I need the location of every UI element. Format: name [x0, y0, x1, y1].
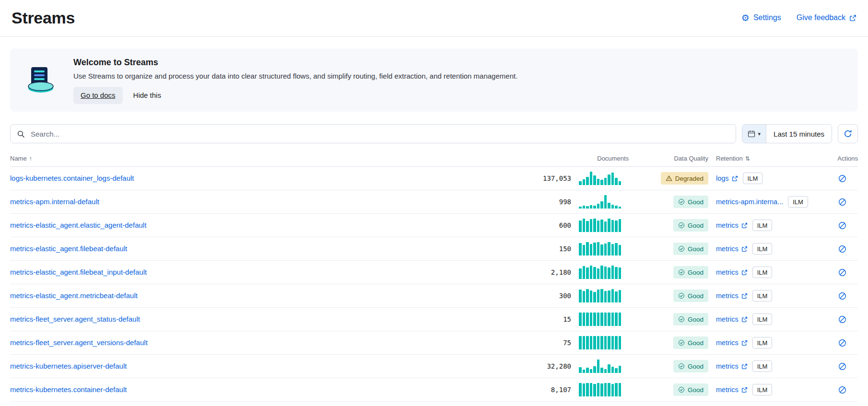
spark-bar	[611, 313, 614, 326]
stream-actions-button[interactable]	[836, 196, 848, 208]
spark-bar	[590, 172, 593, 185]
stream-actions-button[interactable]	[836, 243, 848, 255]
spark-bar	[611, 336, 614, 349]
retention-cell: metrics ILM	[716, 290, 819, 302]
spark-bar	[619, 267, 622, 279]
spark-bar	[583, 336, 586, 349]
refresh-button[interactable]	[838, 124, 858, 143]
column-header-name[interactable]: Name ↑	[10, 155, 444, 162]
data-quality-cell: Good	[636, 383, 708, 396]
spark-bar	[608, 383, 610, 396]
spark-bar	[597, 290, 600, 302]
ilm-badge: ILM	[752, 290, 773, 302]
retention-link[interactable]: metrics	[716, 221, 748, 229]
column-label-actions: Actions	[837, 155, 858, 162]
spark-bar	[604, 369, 607, 373]
quality-label: Good	[688, 198, 704, 206]
column-header-data-quality[interactable]: Data Quality	[636, 155, 708, 162]
hide-this-button[interactable]: Hide this	[133, 91, 161, 99]
column-header-retention[interactable]: Retention ⇅	[716, 155, 819, 162]
spark-bar	[579, 336, 582, 349]
stream-name-link[interactable]: metrics-elastic_agent.elastic_agent-defa…	[10, 221, 146, 229]
settings-link[interactable]: ⚙ Settings	[741, 13, 781, 23]
actions-cell	[827, 196, 858, 208]
quality-label: Good	[688, 269, 704, 276]
spark-bar	[586, 383, 589, 396]
stream-actions-button[interactable]	[836, 173, 848, 185]
stream-actions-button[interactable]	[836, 313, 848, 325]
spark-bar	[615, 336, 618, 349]
retention-link[interactable]: metrics	[716, 292, 748, 300]
stream-actions-button[interactable]	[836, 337, 848, 349]
data-quality-cell: Good	[636, 290, 708, 302]
stream-name-cell: logs-kubernetes.container_logs-default	[10, 174, 444, 183]
quality-label: Good	[688, 386, 704, 394]
retention-link[interactable]: metrics	[716, 339, 748, 347]
spark-bar	[615, 267, 618, 279]
retention-link[interactable]: metrics	[716, 245, 748, 253]
spark-bar	[611, 244, 614, 255]
spark-bar	[586, 289, 589, 302]
stream-actions-button[interactable]	[836, 360, 848, 372]
documents-sparkline	[579, 360, 629, 373]
retention-link[interactable]: metrics	[716, 268, 748, 276]
ilm-badge: ILM	[752, 384, 773, 395]
ilm-badge: ILM	[752, 337, 773, 348]
spark-bar	[579, 220, 582, 232]
calendar-icon	[748, 130, 755, 138]
time-range-display[interactable]: Last 15 minutes	[766, 125, 832, 143]
stream-name-link[interactable]: metrics-fleet_server.agent_versions-defa…	[10, 338, 148, 347]
spark-bar	[583, 370, 586, 373]
spark-bar	[579, 313, 582, 326]
stream-actions-button[interactable]	[836, 290, 848, 302]
retention-link[interactable]: metrics	[716, 386, 748, 394]
stream-name-link[interactable]: metrics-elastic_agent.filebeat_input-def…	[10, 268, 147, 276]
check-icon	[678, 363, 685, 370]
retention-link-label: metrics	[716, 386, 739, 394]
retention-link[interactable]: logs	[716, 174, 738, 182]
actions-cell	[827, 384, 858, 396]
stream-name-link[interactable]: logs-kubernetes.container_logs-default	[10, 174, 134, 182]
spark-bar	[583, 313, 586, 326]
retention-link[interactable]: metrics	[716, 362, 748, 370]
column-header-documents[interactable]: Documents	[451, 155, 629, 162]
stream-name-cell: metrics-elastic_agent.elastic_agent-defa…	[10, 221, 444, 230]
stream-actions-button[interactable]	[836, 267, 848, 278]
documents-count: 75	[451, 339, 571, 347]
spark-bar	[586, 313, 589, 326]
spark-bar	[619, 245, 622, 255]
stream-name-link[interactable]: metrics-kubernetes.container-default	[10, 385, 127, 394]
stream-actions-button[interactable]	[836, 384, 848, 396]
quality-badge: Good	[673, 196, 708, 208]
spark-bar	[593, 206, 596, 209]
stream-name-link[interactable]: metrics-apm.internal-default	[10, 197, 99, 206]
retention-cell: metrics ILM	[716, 220, 819, 231]
spark-bar	[593, 267, 596, 279]
spark-bar	[593, 366, 596, 373]
stream-name-link[interactable]: metrics-elastic_agent.metricbeat-default	[10, 291, 138, 300]
stream-name-link[interactable]: metrics-kubernetes.apiserver-default	[10, 362, 127, 370]
quick-select-button[interactable]: ▾	[742, 125, 767, 143]
quality-badge: Degraded	[661, 172, 708, 185]
retention-link[interactable]: metrics-apm.interna...	[716, 198, 783, 206]
column-label-name: Name	[10, 155, 27, 162]
go-to-docs-button[interactable]: Go to docs	[73, 87, 123, 104]
slashed-circle-icon	[838, 221, 846, 230]
stream-name-link[interactable]: metrics-elastic_agent.filebeat-default	[10, 244, 127, 253]
stream-name-link[interactable]: metrics-fleet_server.agent_status-defaul…	[10, 315, 140, 323]
spark-bar	[583, 219, 586, 232]
stream-name-cell: metrics-apm.internal-default	[10, 197, 444, 206]
give-feedback-link[interactable]: Give feedback	[797, 13, 856, 22]
gear-icon: ⚙	[741, 13, 750, 23]
external-link-icon	[741, 293, 748, 299]
stream-actions-button[interactable]	[836, 220, 848, 232]
welcome-description: Use Streams to organize and process your…	[73, 71, 517, 81]
spark-bar	[600, 266, 603, 279]
documents-count: 2,180	[451, 268, 571, 276]
external-link-icon	[741, 340, 748, 346]
spark-bar	[579, 207, 582, 209]
search-input[interactable]	[30, 129, 729, 139]
table-row: metrics-apm.internal-default 998	[10, 190, 858, 214]
retention-link[interactable]: metrics	[716, 315, 748, 323]
search-box[interactable]	[10, 124, 736, 143]
